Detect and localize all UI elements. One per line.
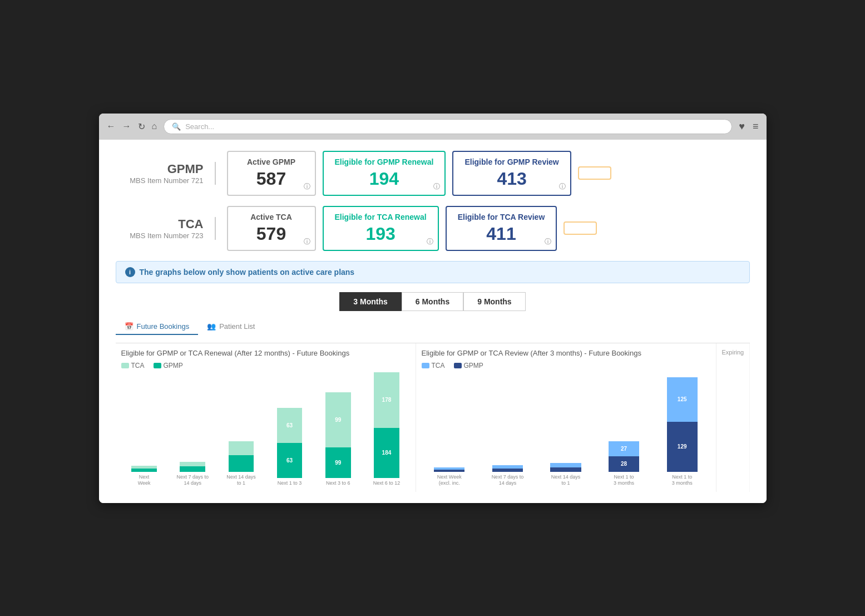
chart3-title: Expiring (722, 349, 744, 356)
gpmp-extra-card (578, 166, 611, 180)
address-bar[interactable]: 🔍 Search... (164, 119, 732, 134)
chart3-section: Expiring (716, 343, 750, 492)
gpmp-title: GPMP (116, 162, 204, 176)
chart1-section: Eligible for GPMP or TCA Renewal (After … (116, 343, 416, 492)
chart1-legend: TCA GPMP (121, 362, 410, 369)
gpmp-renewal-info-icon: ⓘ (433, 182, 440, 191)
bar-seg-gpmp-3 (229, 455, 254, 472)
charts-container: Eligible for GPMP or TCA Renewal (After … (116, 343, 750, 492)
time-filter: 3 Months 6 Months 9 Months (116, 292, 750, 311)
browser-actions: ♥ ≡ (739, 121, 758, 132)
chart2-bar-gpmp-2 (492, 469, 523, 472)
chart2-legend: TCA GPMP (422, 362, 710, 369)
tca-extra-card (564, 221, 597, 235)
bar-col-1: NextWeek (121, 466, 167, 486)
x-label-5: Next 3 to 6 (326, 480, 350, 486)
gpmp-renewal-card[interactable]: Eligible for GPMP Renewal 194 ⓘ (323, 151, 446, 196)
bar-col-4: 63 63 Next 1 to 3 (266, 408, 313, 486)
tca-renewal-value: 193 (335, 224, 427, 244)
tca-renewal-label: Eligible for TCA Renewal (335, 213, 427, 221)
legend2-label-gpmp: GPMP (464, 362, 483, 369)
view-tabs: 📅 Future Bookings 👥 Patient List (116, 319, 750, 335)
bar-seg-gpmp-5: 99 (325, 447, 351, 478)
legend-color-tca (121, 363, 129, 368)
chart2-bar-col-2: Next 7 days to14 days (480, 465, 536, 486)
tca-review-info-icon: ⓘ (545, 237, 551, 247)
favorite-icon[interactable]: ♥ (739, 121, 745, 132)
chart1-title: Eligible for GPMP or TCA Renewal (After … (121, 349, 410, 357)
chart2-x-label-3: Next 14 daysto 1 (551, 474, 581, 486)
chart2-bar-gpmp-3 (550, 467, 581, 472)
home-button[interactable]: ⌂ (152, 121, 157, 131)
chart2-bar-col-1: Next Week(excl. inc. (422, 467, 478, 486)
gpmp-active-info-icon: ⓘ (304, 182, 310, 191)
back-button[interactable]: ← (107, 121, 116, 131)
time-btn-9months[interactable]: 9 Months (463, 292, 525, 311)
legend-color-gpmp (154, 363, 161, 368)
gpmp-subtitle: MBS Item Number 721 (116, 176, 204, 185)
tca-review-label: Eligible for TCA Review (458, 213, 545, 221)
gpmp-review-value: 413 (464, 169, 558, 189)
chart2-bar-col-3: Next 14 daysto 1 (538, 463, 594, 486)
tca-renewal-card[interactable]: Eligible for TCA Renewal 193 ⓘ (323, 206, 439, 251)
bar-seg-gpmp-4: 63 (277, 443, 303, 478)
chart2-title: Eligible for GPMP or TCA Review (After 3… (422, 349, 710, 357)
gpmp-active-label: Active GPMP (239, 157, 304, 166)
legend2-color-gpmp (454, 363, 462, 368)
chart2-x-label-5: Next 1 to3 months (672, 474, 693, 486)
bar-seg-gpmp-2 (180, 466, 205, 472)
x-label-6: Next 6 to 12 (373, 480, 401, 486)
chart2-section: Eligible for GPMP or TCA Review (After 3… (416, 343, 716, 492)
chart2-legend-gpmp: GPMP (454, 362, 483, 369)
bar-seg-tca-2 (180, 462, 205, 466)
tab-future-bookings-label: Future Bookings (137, 322, 190, 331)
bar-seg-gpmp-1 (131, 469, 157, 472)
x-label-3: Next 14 daysto 1 (226, 474, 256, 486)
chart2-x-label-1: Next Week(excl. inc. (437, 474, 462, 486)
tca-label: TCA MBS Item Number 723 (116, 217, 216, 240)
gpmp-renewal-value: 194 (335, 169, 434, 189)
tab-future-bookings[interactable]: 📅 Future Bookings (116, 319, 199, 335)
legend2-label-tca: TCA (432, 362, 445, 369)
bar-seg-gpmp-6: 184 (374, 428, 399, 478)
chart2-bar-gpmp-4: 28 (609, 456, 639, 472)
chart2-bar-gpmp-5: 129 (667, 422, 698, 472)
chart2-bar-col-5: 125 129 Next 1 to3 months (654, 377, 710, 486)
browser-toolbar: ← → ↻ ⌂ 🔍 Search... ♥ ≡ (99, 114, 767, 140)
gpmp-review-info-icon: ⓘ (559, 182, 566, 191)
gpmp-renewal-label: Eligible for GPMP Renewal (335, 157, 434, 166)
gpmp-active-card[interactable]: Active GPMP 587 ⓘ (227, 151, 316, 196)
menu-icon[interactable]: ≡ (753, 121, 759, 132)
bar-col-3: Next 14 daysto 1 (218, 441, 264, 486)
bar-seg-tca-4: 63 (277, 408, 303, 443)
bar-seg-tca-6: 178 (374, 372, 399, 428)
gpmp-review-card[interactable]: Eligible for GPMP Review 413 ⓘ (452, 151, 571, 196)
legend2-color-tca (422, 363, 429, 368)
search-text: Search... (185, 122, 214, 131)
tab-patient-list-label: Patient List (219, 322, 255, 331)
tca-subtitle: MBS Item Number 723 (116, 231, 204, 240)
gpmp-active-value: 587 (239, 169, 304, 189)
calendar-icon: 📅 (125, 322, 134, 331)
bar-col-6: 178 184 Next 6 to 12 (363, 372, 409, 486)
tca-review-card[interactable]: Eligible for TCA Review 411 ⓘ (446, 206, 557, 251)
bar-col-5: 99 99 Next 3 to 6 (315, 392, 361, 486)
chart2-bar-col-4: 27 28 Next 1 to3 months (596, 441, 652, 486)
tca-review-value: 411 (458, 224, 545, 244)
chart2-x-label-4: Next 1 to3 months (614, 474, 634, 486)
gpmp-review-label: Eligible for GPMP Review (464, 157, 558, 166)
tab-patient-list[interactable]: 👥 Patient List (198, 319, 264, 335)
time-btn-6months[interactable]: 6 Months (402, 292, 463, 311)
chart2-legend-tca: TCA (422, 362, 445, 369)
tca-active-value: 579 (239, 224, 304, 244)
tca-active-card[interactable]: Active TCA 579 ⓘ (227, 206, 316, 251)
chart1-bars: NextWeek Next 7 days to14 days (121, 375, 410, 486)
chart2-bars: Next Week(excl. inc. Next 7 days to14 da… (422, 375, 710, 486)
legend-label-tca: TCA (131, 362, 145, 369)
refresh-button[interactable]: ↻ (138, 121, 145, 132)
forward-button[interactable]: → (122, 121, 131, 131)
tca-renewal-info-icon: ⓘ (427, 237, 433, 247)
time-btn-3months[interactable]: 3 Months (339, 292, 401, 311)
chart1-legend-gpmp: GPMP (154, 362, 183, 369)
chart2-bar-tca-4: 27 (609, 441, 639, 456)
